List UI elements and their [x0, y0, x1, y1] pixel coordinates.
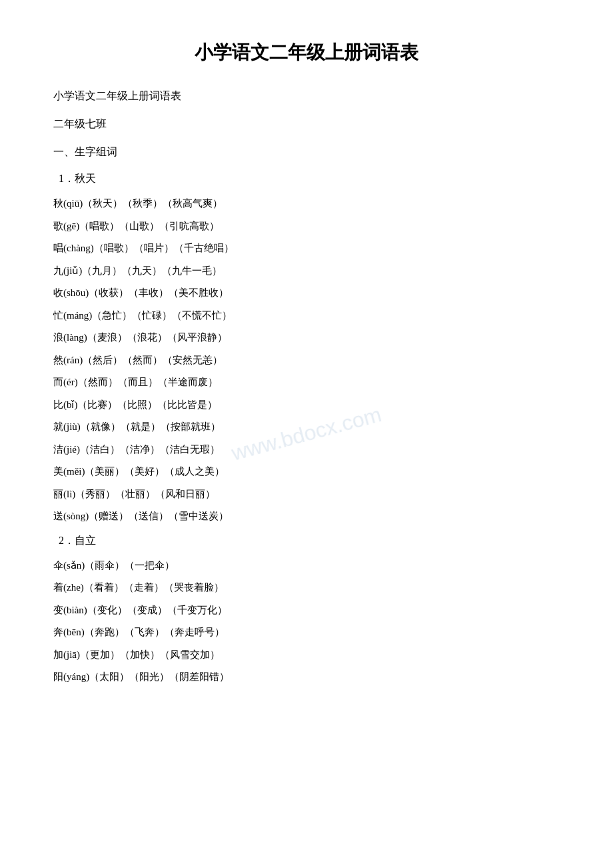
word-line: 丽(lì)（秀丽）（壮丽）（风和日丽） [53, 484, 560, 505]
word-line: 奔(bēn)（奔跑）（飞奔）（奔走呼号） [53, 622, 560, 643]
page-title: 小学语文二年级上册词语表 [53, 40, 560, 65]
lesson2-section: 2．自立 伞(sǎn)（雨伞）（一把伞）着(zhe)（看着）（走着）（哭丧着脸）… [53, 530, 560, 688]
grade: 二年级七班 [53, 113, 560, 135]
word-line: 忙(máng)（急忙）（忙碌）（不慌不忙） [53, 305, 560, 327]
word-line: 变(biàn)（变化）（变成）（千变万化） [53, 600, 560, 621]
word-line: 洁(jié)（洁白）（洁净）（洁白无瑕） [53, 439, 560, 461]
word-line: 歌(gē)（唱歌）（山歌）（引吭高歌） [53, 216, 560, 237]
word-line: 唱(chàng)（唱歌）（唱片）（千古绝唱） [53, 238, 560, 259]
word-line: 阳(yáng)（太阳）（阳光）（阴差阳错） [53, 667, 560, 688]
subtitle: 小学语文二年级上册词语表 [53, 85, 560, 107]
word-line: 九(jiǔ)（九月）（九天）（九牛一毛） [53, 261, 560, 282]
word-line: 着(zhe)（看着）（走着）（哭丧着脸） [53, 577, 560, 599]
lesson2-title: 2．自立 [59, 530, 560, 551]
lesson2-words: 伞(sǎn)（雨伞）（一把伞）着(zhe)（看着）（走着）（哭丧着脸）变(bià… [53, 555, 560, 688]
lesson1-section: 1．秋天 秋(qiū)（秋天）（秋季）（秋高气爽）歌(gē)（唱歌）（山歌）（引… [53, 168, 560, 527]
word-line: 比(bǐ)（比赛）（比照）（比比皆是） [53, 395, 560, 416]
word-line: 就(jiù)（就像）（就是）（按部就班） [53, 417, 560, 438]
word-line: 送(sòng)（赠送）（送信）（雪中送炭） [53, 506, 560, 527]
section-header: 一、生字组词 [53, 141, 560, 163]
word-line: 浪(làng)（麦浪）（浪花）（风平浪静） [53, 327, 560, 349]
word-line: 伞(sǎn)（雨伞）（一把伞） [53, 555, 560, 577]
word-line: 加(jiā)（更加）（加快）（风雪交加） [53, 645, 560, 666]
lesson1-title: 1．秋天 [59, 168, 560, 189]
lesson1-words: 秋(qiū)（秋天）（秋季）（秋高气爽）歌(gē)（唱歌）（山歌）（引吭高歌）唱… [53, 193, 560, 527]
word-line: 然(rán)（然后）（然而）（安然无恙） [53, 350, 560, 371]
word-line: 收(shōu)（收获）（丰收）（美不胜收） [53, 283, 560, 304]
word-line: 秋(qiū)（秋天）（秋季）（秋高气爽） [53, 193, 560, 215]
word-line: 美(měi)（美丽）（美好）（成人之美） [53, 461, 560, 483]
word-line: 而(ér)（然而）（而且）（半途而废） [53, 372, 560, 393]
